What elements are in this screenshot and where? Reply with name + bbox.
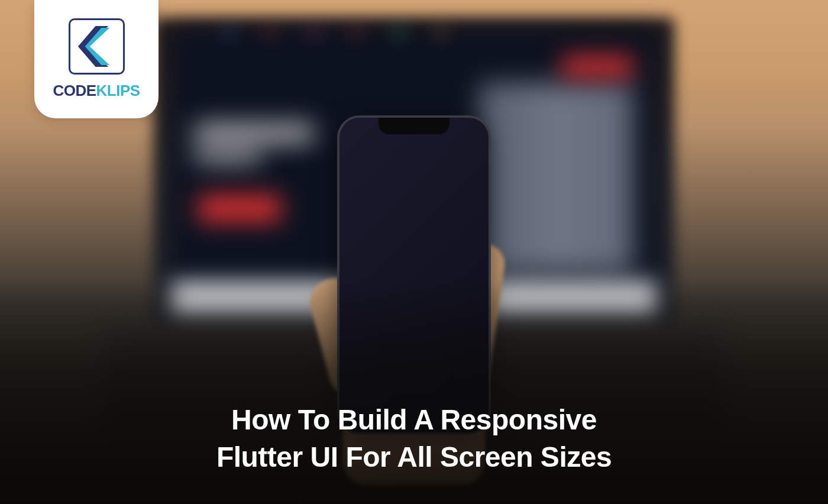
browser-tabs-blur (225, 28, 445, 35)
laptop-headline-blur (195, 124, 313, 142)
laptop-subtext-blur (195, 148, 260, 163)
codeklips-logo-icon (69, 18, 125, 75)
title-line-1: How To Build A Responsive (231, 404, 597, 435)
brand-name-part2: KLIPS (96, 82, 140, 100)
brand-logo-badge: CODEKLIPS (34, 0, 159, 118)
logo-k-mark-icon (73, 23, 120, 70)
hero-title-container: How To Build A Responsive Flutter UI For… (0, 402, 828, 476)
phone-notch (379, 118, 449, 134)
hero-title: How To Build A Responsive Flutter UI For… (0, 402, 828, 476)
brand-name-part1: CODE (53, 82, 96, 100)
hero-banner: CODEKLIPS How To Build A Responsive Flut… (0, 0, 828, 504)
red-button-blur (562, 56, 633, 77)
title-line-2: Flutter UI For All Screen Sizes (216, 441, 612, 473)
red-cta-blur (198, 195, 281, 222)
brand-wordmark: CODEKLIPS (53, 82, 140, 100)
